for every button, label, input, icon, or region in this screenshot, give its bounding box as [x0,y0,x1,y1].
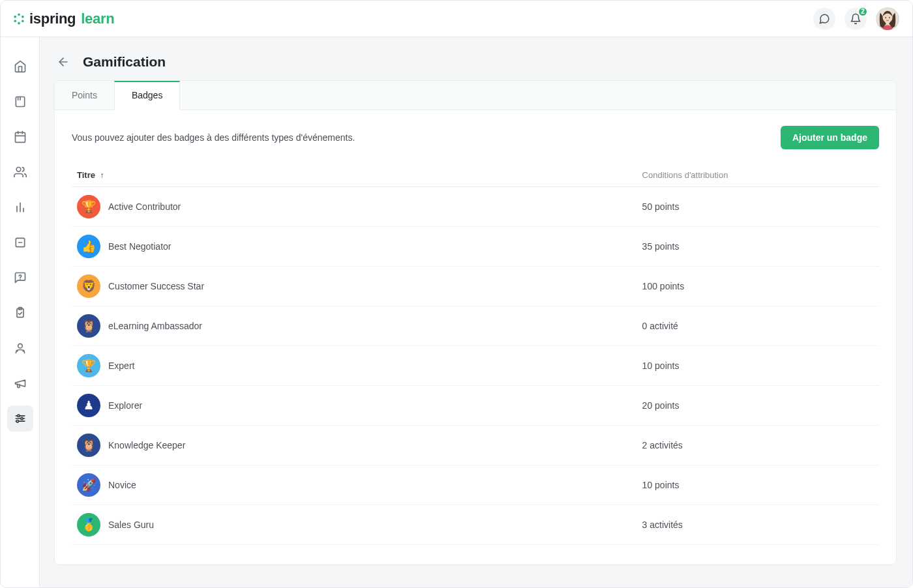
top-actions: 2 [813,7,899,31]
badge-icon: 🏆 [77,354,100,377]
clipboard-icon [14,306,27,319]
users-icon [14,166,27,179]
nav-announce[interactable] [1,366,40,401]
badge-icon: 🚀 [77,473,100,497]
svg-point-0 [18,13,20,16]
nav-courses[interactable] [1,84,40,119]
col-title-label: Titre [77,170,95,180]
avatar-icon [876,8,899,30]
badges-table: Titre ↑ Conditions d'attribution 🏆Active… [72,164,879,545]
logo-mark-icon [12,12,25,25]
nav-home[interactable] [1,49,40,84]
svg-point-26 [18,344,23,348]
svg-point-9 [889,17,890,18]
svg-point-2 [22,20,24,22]
svg-point-3 [18,22,20,24]
tab-badges[interactable]: Badges [114,81,180,110]
tabs: Points Badges [55,81,896,110]
badge-title: Active Contributor [108,201,181,212]
nav-reports[interactable] [1,190,40,225]
badge-condition: 0 activité [637,306,879,346]
back-button[interactable] [54,53,72,71]
svg-point-32 [20,417,22,419]
logo-text-ispring: ispring [29,10,76,27]
svg-point-4 [14,20,16,22]
page-title: Gamification [83,54,166,70]
badge-condition: 10 points [637,465,879,505]
nav-archive[interactable] [1,225,40,260]
svg-point-8 [885,17,886,18]
badge-title: eLearning Ambassador [108,321,202,331]
sliders-icon [14,412,27,425]
badge-title: Expert [108,360,134,371]
arrow-left-icon [57,55,70,68]
logo-text-learn: learn [81,10,114,27]
calendar-icon [14,130,27,143]
badge-condition: 50 points [637,187,879,227]
nav-settings[interactable] [7,405,33,432]
table-row[interactable]: 🥇Sales Guru3 activités [72,505,879,545]
intro-text: Vous pouvez ajouter des badges à des dif… [72,132,355,143]
badge-condition: 35 points [637,227,879,267]
headset-icon [14,342,27,355]
content-area: Gamification Points Badges Vous pouvez a… [40,37,912,587]
archive-icon [14,236,27,249]
svg-point-5 [14,15,16,18]
badge-condition: 3 activités [637,505,879,545]
sort-asc-icon: ↑ [100,171,104,180]
svg-point-34 [16,420,18,422]
badge-icon: 🦉 [77,314,100,338]
col-condition-header[interactable]: Conditions d'attribution [637,164,879,187]
intro-row: Vous pouvez ajouter des badges à des dif… [72,126,879,149]
megaphone-icon [14,377,27,390]
badge-icon: 🥇 [77,513,100,537]
badge-icon: ♟ [77,394,100,417]
table-row[interactable]: 🦉Knowledge Keeper2 activités [72,426,879,465]
nav-users[interactable] [1,154,40,190]
table-row[interactable]: 🦁Customer Success Star100 points [72,267,879,306]
badge-title: Novice [108,480,136,490]
badge-condition: 10 points [637,346,879,386]
chat-icon [818,13,830,25]
nav-support[interactable] [1,331,40,366]
notifications-button[interactable]: 2 [845,8,867,30]
side-nav [1,37,40,587]
logo[interactable]: ispringlearn [12,10,114,27]
badge-icon: 🦉 [77,434,100,457]
svg-point-28 [23,350,24,351]
page-header: Gamification [54,53,897,71]
table-row[interactable]: 🦉eLearning Ambassador0 activité [72,306,879,346]
table-row[interactable]: 🏆Active Contributor50 points [72,187,879,227]
nav-help[interactable] [1,260,40,295]
main-panel: Points Badges Vous pouvez ajouter des ba… [54,80,897,565]
tab-points[interactable]: Points [55,81,114,110]
help-icon [14,271,27,284]
badge-icon: 🏆 [77,195,100,218]
table-row[interactable]: ♟Explorer20 points [72,386,879,426]
badge-title: Knowledge Keeper [108,440,185,450]
add-badge-button[interactable]: Ajouter un badge [781,126,879,149]
svg-rect-13 [16,132,25,142]
svg-point-1 [22,15,24,18]
topbar: ispringlearn 2 [1,1,912,37]
col-title-header[interactable]: Titre ↑ [72,164,637,187]
chat-button[interactable] [813,8,835,30]
badge-icon: 👍 [77,235,100,258]
badge-condition: 100 points [637,267,879,306]
badge-title: Explorer [108,400,142,411]
svg-point-17 [16,168,21,172]
table-row[interactable]: 🚀Novice10 points [72,465,879,505]
svg-point-27 [16,350,18,351]
home-icon [14,60,27,73]
chart-icon [14,201,27,214]
nav-calendar[interactable] [1,119,40,154]
user-avatar[interactable] [876,7,899,31]
badge-condition: 20 points [637,386,879,426]
table-row[interactable]: 🏆Expert10 points [72,346,879,386]
badge-title: Sales Guru [108,520,154,530]
nav-tasks[interactable] [1,295,40,331]
notification-count-badge: 2 [858,7,868,17]
table-row[interactable]: 👍Best Negotiator35 points [72,227,879,267]
badge-title: Best Negotiator [108,241,172,252]
courses-icon [14,95,27,108]
